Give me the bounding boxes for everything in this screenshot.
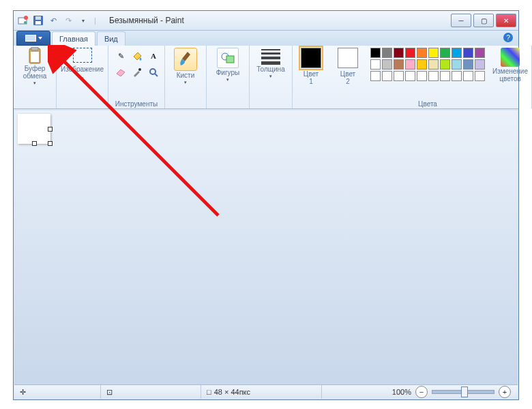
palette-swatch[interactable] — [475, 48, 485, 58]
close-button[interactable]: ✕ — [496, 14, 516, 27]
color2-button[interactable]: Цвет 2 — [331, 48, 365, 85]
palette-swatch[interactable] — [405, 48, 415, 58]
tools-grid: ✎ A — [113, 48, 160, 79]
minimize-button[interactable]: ─ — [451, 14, 471, 27]
palette-swatch[interactable] — [440, 59, 450, 70]
undo-icon[interactable]: ↶ — [48, 15, 59, 26]
chevron-down-icon: ▾ — [184, 80, 187, 85]
zoom-slider[interactable] — [432, 390, 494, 394]
canvas-viewport[interactable] — [14, 110, 518, 384]
svg-rect-8 — [31, 52, 39, 62]
pencil-tool[interactable]: ✎ — [113, 48, 129, 64]
eraser-tool[interactable] — [113, 64, 129, 80]
clipboard-button[interactable]: Буфер обмена ▾ — [18, 48, 52, 86]
quick-access-toolbar: ↶ ↷ ▾ — [14, 15, 93, 26]
status-canvas-size: □ 48 × 44пкс — [201, 385, 322, 399]
palette-swatch[interactable] — [382, 48, 392, 58]
zoom-level: 100% — [392, 388, 411, 396]
brushes-label: Кисти — [177, 72, 195, 79]
file-menu-icon — [25, 35, 36, 42]
file-menu-tab[interactable] — [16, 31, 50, 46]
select-icon[interactable] — [73, 48, 92, 63]
group-shapes: Фигуры ▾ — [207, 46, 250, 108]
palette-swatch[interactable] — [417, 59, 427, 70]
palette-swatch[interactable] — [463, 59, 473, 70]
palette-swatch[interactable] — [452, 71, 462, 81]
palette-swatch[interactable] — [463, 48, 473, 58]
picker-tool[interactable] — [129, 64, 145, 80]
statusbar: ✛ ⊡ □ 48 × 44пкс 100% − + — [14, 384, 518, 399]
palette-swatch[interactable] — [382, 59, 392, 70]
chevron-down-icon: ▾ — [81, 76, 84, 81]
svg-point-2 — [24, 21, 27, 24]
palette-swatch[interactable] — [428, 59, 439, 70]
shapes-button[interactable]: Фигуры ▾ — [211, 48, 245, 82]
redo-icon[interactable]: ↷ — [63, 15, 74, 26]
brushes-button[interactable]: Кисти ▾ — [168, 48, 203, 85]
window-controls: ─ ▢ ✕ — [451, 14, 518, 27]
palette-swatch[interactable] — [370, 71, 381, 81]
svg-line-11 — [155, 74, 158, 76]
color-palette — [370, 48, 485, 81]
color1-button[interactable]: Цвет 1 — [294, 48, 328, 85]
svg-point-10 — [150, 69, 156, 74]
resize-handle-se[interactable] — [48, 141, 53, 146]
tab-view[interactable]: Вид — [97, 31, 125, 46]
palette-swatch[interactable] — [452, 48, 462, 58]
text-tool[interactable]: A — [145, 48, 162, 64]
palette-swatch[interactable] — [428, 71, 439, 81]
palette-swatch[interactable] — [417, 48, 427, 58]
window-title: Безымянный - Paint — [109, 16, 184, 25]
qat-customize-icon[interactable]: ▾ — [78, 15, 89, 26]
palette-swatch[interactable] — [463, 71, 473, 81]
zoom-control: 100% − + — [392, 386, 518, 398]
magnifier-tool[interactable] — [145, 64, 162, 80]
selection-size-icon: ⊡ — [106, 388, 113, 397]
svg-point-1 — [24, 16, 28, 20]
tab-home[interactable]: Главная — [52, 31, 95, 46]
resize-handle-s[interactable] — [32, 141, 37, 146]
edit-colors-button[interactable]: Изменение цветов — [493, 48, 527, 82]
color1-swatch — [301, 48, 321, 68]
palette-swatch[interactable] — [394, 48, 404, 58]
svg-rect-7 — [31, 47, 38, 50]
palette-swatch[interactable] — [440, 48, 450, 58]
palette-swatch[interactable] — [475, 71, 485, 81]
palette-swatch[interactable] — [405, 59, 415, 70]
group-edit-colors: Изменение цветов — [489, 46, 532, 108]
help-icon[interactable]: ? — [503, 33, 513, 42]
image-label: Изображение — [61, 65, 104, 73]
maximize-button[interactable]: ▢ — [473, 14, 494, 27]
save-icon[interactable] — [33, 15, 44, 26]
thickness-icon — [261, 48, 280, 65]
palette-swatch[interactable] — [452, 59, 462, 70]
palette-swatch[interactable] — [370, 59, 381, 70]
fill-tool[interactable] — [129, 48, 145, 64]
color2-swatch — [338, 48, 358, 68]
palette-swatch[interactable] — [405, 71, 415, 81]
group-color1: Цвет 1 — [293, 46, 329, 108]
svg-rect-5 — [35, 21, 41, 25]
palette-swatch[interactable] — [370, 48, 381, 58]
color1-label: Цвет 1 — [304, 70, 319, 85]
zoom-out-button[interactable]: − — [415, 386, 428, 398]
zoom-in-button[interactable]: + — [499, 386, 511, 398]
zoom-slider-thumb[interactable] — [461, 387, 468, 397]
palette-swatch[interactable] — [394, 59, 404, 70]
group-tools: ✎ A Инструменты — [108, 46, 165, 108]
palette-swatch[interactable] — [475, 59, 485, 70]
group-color2: Цвет 2 — [329, 46, 366, 108]
canvas[interactable] — [18, 114, 50, 144]
group-thickness: Толщина ▾ — [250, 46, 293, 108]
cursor-icon: ✛ — [20, 388, 26, 397]
thickness-button[interactable]: Толщина ▾ — [254, 48, 288, 79]
resize-handle-e[interactable] — [48, 127, 53, 132]
palette-swatch[interactable] — [440, 71, 450, 81]
edit-colors-icon — [501, 48, 520, 67]
palette-swatch[interactable] — [428, 48, 439, 58]
palette-swatch[interactable] — [417, 71, 427, 81]
tools-label: Инструменты — [115, 100, 158, 108]
palette-swatch[interactable] — [394, 71, 404, 81]
palette-swatch[interactable] — [382, 71, 392, 81]
ribbon-tabs: Главная Вид ? — [14, 31, 518, 46]
